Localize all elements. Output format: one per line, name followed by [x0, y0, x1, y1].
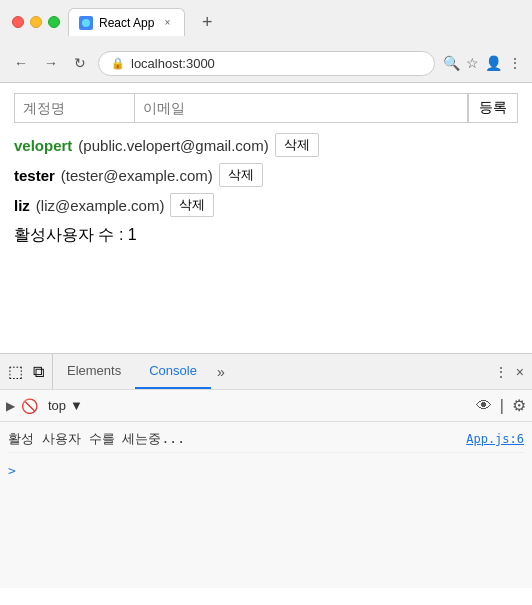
- user-form: 등록: [14, 93, 518, 123]
- user-list: velopert (public.velopert@gmail.com) 삭제 …: [14, 133, 518, 217]
- dropdown-chevron-icon: ▼: [70, 398, 83, 413]
- console-execute-icon[interactable]: ▶: [6, 399, 15, 413]
- user-name: liz: [14, 197, 30, 214]
- devtools-right-icons: ⋮ ×: [486, 364, 532, 380]
- delete-button[interactable]: 삭제: [170, 193, 214, 217]
- console-log-text: 활성 사용자 수를 세는중...: [8, 430, 185, 448]
- name-input[interactable]: [15, 94, 135, 122]
- device-toolbar-icon[interactable]: ⧉: [33, 363, 44, 381]
- bookmark-icon[interactable]: ☆: [466, 55, 479, 71]
- back-button[interactable]: ←: [10, 51, 32, 75]
- settings-icon[interactable]: ⚙: [512, 396, 526, 415]
- user-name: velopert: [14, 137, 72, 154]
- search-icon[interactable]: 🔍: [443, 55, 460, 71]
- minimize-window-button[interactable]: [30, 16, 42, 28]
- top-context-label: top: [48, 398, 66, 413]
- devtools-close-icon[interactable]: ×: [516, 364, 524, 380]
- devtools-panel: ⬚ ⧉ Elements Console » ⋮ × ▶ 🚫 top ▼ 👁 |…: [0, 353, 532, 588]
- user-email: (liz@example.com): [36, 197, 165, 214]
- eye-icon[interactable]: 👁: [476, 397, 492, 415]
- active-count: 활성사용자 수 : 1: [14, 225, 518, 246]
- delete-button[interactable]: 삭제: [219, 163, 263, 187]
- lock-icon: 🔒: [111, 57, 125, 70]
- address-bar: ← → ↻ 🔒 localhost:3000 🔍 ☆ 👤 ⋮: [0, 44, 532, 82]
- maximize-window-button[interactable]: [48, 16, 60, 28]
- profile-icon[interactable]: 👤: [485, 55, 502, 71]
- email-input[interactable]: [135, 94, 468, 122]
- user-item: tester (tester@example.com) 삭제: [14, 163, 518, 187]
- new-tab-button[interactable]: +: [193, 8, 221, 36]
- console-toolbar: ▶ 🚫 top ▼ 👁 | ⚙: [0, 390, 532, 422]
- forward-button[interactable]: →: [40, 51, 62, 75]
- inspect-element-icon[interactable]: ⬚: [8, 362, 23, 381]
- page-content: 등록 velopert (public.velopert@gmail.com) …: [0, 83, 532, 353]
- pause-icon[interactable]: |: [500, 397, 504, 415]
- top-context-select[interactable]: top ▼: [44, 396, 87, 415]
- devtools-tabs: Elements Console »: [53, 354, 486, 389]
- menu-icon[interactable]: ⋮: [508, 55, 522, 71]
- user-name: tester: [14, 167, 55, 184]
- tab-elements[interactable]: Elements: [53, 354, 135, 389]
- devtools-menu-icon[interactable]: ⋮: [494, 364, 508, 380]
- devtools-toolbar: ⬚ ⧉ Elements Console » ⋮ ×: [0, 354, 532, 390]
- console-output: 활성 사용자 수를 세는중... App.js:6: [0, 422, 532, 457]
- tab-console[interactable]: Console: [135, 354, 211, 389]
- console-block-icon[interactable]: 🚫: [21, 398, 38, 414]
- tab-title: React App: [99, 16, 154, 30]
- user-item: liz (liz@example.com) 삭제: [14, 193, 518, 217]
- devtools-inspect-icons: ⬚ ⧉: [0, 354, 53, 389]
- traffic-lights: [12, 16, 60, 28]
- address-input[interactable]: 🔒 localhost:3000: [98, 51, 435, 76]
- title-bar: React App × +: [0, 0, 532, 44]
- prompt-arrow-icon: >: [8, 463, 16, 478]
- refresh-button[interactable]: ↻: [70, 51, 90, 75]
- console-prompt[interactable]: >: [0, 457, 532, 484]
- delete-button[interactable]: 삭제: [275, 133, 319, 157]
- tab-close-icon[interactable]: ×: [160, 16, 174, 30]
- register-button[interactable]: 등록: [468, 94, 517, 122]
- console-log-row: 활성 사용자 수를 세는중... App.js:6: [8, 426, 524, 453]
- user-item: velopert (public.velopert@gmail.com) 삭제: [14, 133, 518, 157]
- tab-favicon-icon: [79, 16, 93, 30]
- browser-chrome: React App × + ← → ↻ 🔒 localhost:3000 🔍 ☆…: [0, 0, 532, 83]
- browser-tab-react-app[interactable]: React App ×: [68, 8, 185, 36]
- user-email: (public.velopert@gmail.com): [78, 137, 268, 154]
- console-log-source[interactable]: App.js:6: [466, 432, 524, 446]
- more-tabs-button[interactable]: »: [211, 364, 231, 380]
- close-window-button[interactable]: [12, 16, 24, 28]
- browser-toolbar-icons: 🔍 ☆ 👤 ⋮: [443, 55, 522, 71]
- user-email: (tester@example.com): [61, 167, 213, 184]
- url-text: localhost:3000: [131, 56, 215, 71]
- svg-point-0: [82, 19, 90, 27]
- console-filter-icons: 👁 | ⚙: [476, 396, 526, 415]
